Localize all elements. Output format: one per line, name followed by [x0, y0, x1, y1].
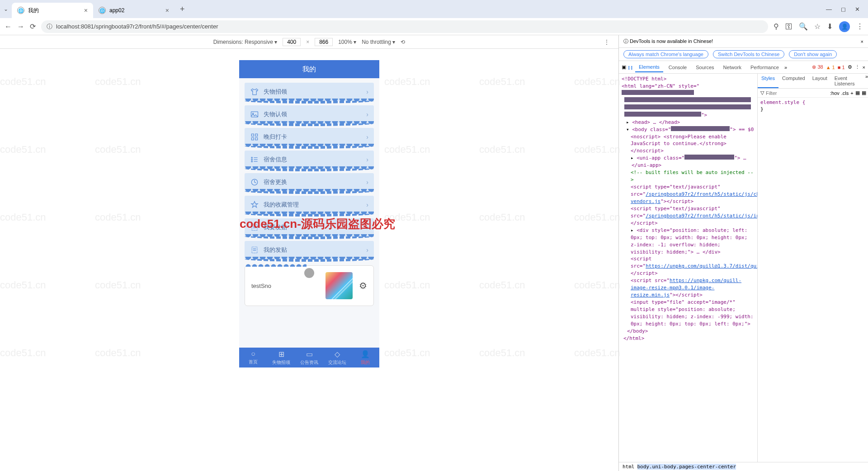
watermark: code51.cn	[479, 347, 525, 359]
gear-icon[interactable]: ⚙	[359, 280, 367, 291]
chevron-right-icon: ›	[366, 156, 368, 163]
browser-tab-active[interactable]: 🌐 我的 ×	[12, 3, 93, 18]
watermark: code51.cn	[384, 279, 430, 291]
elements-tree[interactable]: <!DOCTYPE html> <html lang="zh-CN" style…	[619, 74, 757, 462]
tab-styles[interactable]: Styles	[758, 74, 778, 88]
tab-dropdown-icon[interactable]: ⌄	[4, 6, 8, 12]
menu-item-2[interactable]: 晚归打卡›	[245, 128, 374, 146]
inspect-icon[interactable]: ▣	[622, 64, 626, 70]
lang-dismiss-button[interactable]: Don't show again	[789, 50, 837, 58]
tabbar-item-2[interactable]: ▭公告资讯	[295, 348, 323, 367]
lang-match-button[interactable]: Always match Chrome's language	[623, 50, 708, 58]
hov-button[interactable]: :hov	[830, 90, 840, 96]
more-tabs-icon[interactable]: »	[784, 65, 787, 70]
lang-switch-button[interactable]: Switch DevTools to Chinese	[713, 50, 784, 58]
menu-item-3[interactable]: 宿舍信息›	[245, 151, 374, 169]
close-icon[interactable]: ×	[861, 39, 863, 44]
tab-title: app02	[109, 7, 162, 14]
menu-label: 我的发贴	[264, 246, 366, 254]
error-count[interactable]: ⊗ 38	[812, 64, 823, 70]
tabbar-label: 首页	[249, 359, 258, 365]
device-toggle-icon[interactable]: ⫿⫿	[628, 65, 633, 70]
close-icon[interactable]: ×	[863, 65, 865, 70]
tab-performance[interactable]: Performance	[747, 63, 783, 72]
rotate-icon[interactable]: ⟲	[401, 39, 405, 45]
zoom-dropdown[interactable]: 100% ▾	[338, 39, 356, 45]
browser-tab[interactable]: 🌐 app02 ×	[93, 3, 175, 18]
svg-point-6	[251, 157, 253, 159]
new-rule-icon[interactable]: +	[850, 90, 853, 96]
bookmark-icon[interactable]: ☆	[814, 22, 821, 31]
tabbar-icon: ⊞	[278, 350, 284, 358]
tabbar-item-3[interactable]: ◇交流论坛	[323, 348, 351, 367]
menu-item-4[interactable]: 宿舍更换›	[245, 173, 374, 191]
menu-item-5[interactable]: 我的收藏管理›	[245, 196, 374, 214]
styles-rules[interactable]: element.style {}</span><span class="sele…	[758, 98, 868, 462]
throttling-dropdown[interactable]: No throttling ▾	[362, 39, 395, 45]
watermark: code51.cn	[0, 76, 46, 88]
tabbar-item-0[interactable]: ○首页	[239, 348, 267, 367]
close-window-icon[interactable]: ✕	[855, 6, 860, 13]
warning-count[interactable]: ▲ 1	[826, 65, 835, 70]
menu-item-1[interactable]: 失物认领›	[245, 105, 374, 123]
dimensions-dropdown[interactable]: Dimensions: Responsive ▾	[213, 39, 277, 45]
password-icon[interactable]: ⚿	[785, 23, 793, 31]
tab-sources[interactable]: Sources	[692, 63, 717, 72]
menu-item-6[interactable]: 我要发贴›	[245, 218, 374, 236]
address-bar[interactable]: ⓘ localhost:8081/springboota97r2/front/h…	[41, 20, 768, 33]
tabbar-item-1[interactable]: ⊞失物招领	[267, 348, 295, 367]
post-icon	[250, 245, 259, 254]
svg-rect-13	[252, 224, 257, 230]
device-menu-icon[interactable]: ⋮	[604, 39, 609, 45]
close-icon[interactable]: ×	[84, 7, 88, 14]
grid-icon	[250, 132, 259, 141]
cls-button[interactable]: .cls	[841, 90, 849, 96]
tabbar-item-4[interactable]: 👤我的	[351, 348, 379, 367]
maximize-icon[interactable]: ◻	[841, 6, 846, 13]
menu-icon[interactable]: ⋮	[856, 22, 863, 31]
svg-rect-4	[251, 138, 254, 140]
tab-network[interactable]: Network	[720, 63, 745, 72]
minimize-icon[interactable]: —	[826, 6, 832, 13]
tab-computed[interactable]: Computed	[778, 74, 809, 88]
user-name: testSno	[251, 283, 326, 289]
gear-icon[interactable]: ⚙	[848, 64, 852, 70]
tab-layout[interactable]: Layout	[809, 74, 831, 88]
forward-icon[interactable]: →	[17, 23, 24, 31]
device-height-input[interactable]	[315, 38, 333, 46]
chevron-right-icon: ›	[366, 246, 368, 254]
zoom-icon[interactable]: 🔍	[799, 22, 808, 31]
refresh-icon	[250, 178, 259, 187]
elements-breadcrumb[interactable]: html body.uni-body.pages-center-center	[619, 462, 868, 471]
back-icon[interactable]: ←	[5, 23, 12, 31]
menu-item-0[interactable]: 失物招领›	[245, 83, 374, 101]
watermark: code51.cn	[479, 76, 525, 88]
profile-avatar[interactable]: 👤	[839, 21, 850, 32]
location-icon[interactable]: ⚲	[774, 22, 779, 31]
device-width-input[interactable]	[283, 38, 301, 46]
watermark: code51.cn	[574, 279, 620, 291]
close-icon[interactable]: ×	[165, 7, 169, 14]
menu-item-7[interactable]: 我的发贴›	[245, 241, 374, 259]
browser-titlebar: ⌄ 🌐 我的 × 🌐 app02 × + — ◻ ✕	[0, 0, 868, 18]
issue-count[interactable]: ■ 1	[838, 65, 845, 70]
user-avatar	[326, 272, 353, 299]
more-tabs-icon[interactable]: »	[865, 74, 868, 88]
layout-icon[interactable]: ▦	[855, 90, 860, 96]
styles-filter-input[interactable]	[766, 90, 828, 96]
svg-rect-2	[251, 134, 254, 136]
reload-icon[interactable]: ⟳	[30, 22, 36, 31]
menu-icon[interactable]: ⋮	[855, 64, 860, 70]
chevron-right-icon: ›	[366, 111, 368, 118]
new-tab-button[interactable]: +	[180, 5, 185, 14]
chevron-right-icon: ›	[366, 224, 368, 231]
download-icon[interactable]: ⬇	[827, 22, 833, 31]
app-body: 失物招领›失物认领›晚归打卡›宿舍信息›宿舍更换›我的收藏管理›我要发贴›我的发…	[239, 78, 379, 348]
tab-console[interactable]: Console	[665, 63, 690, 72]
styles-panel: Styles Computed Layout Event Listeners »…	[757, 74, 868, 462]
watermark: code51.cn	[574, 144, 620, 155]
filter-icon: ▽	[760, 90, 764, 96]
tab-elements[interactable]: Elements	[635, 62, 663, 72]
layout-icon[interactable]: ▦	[862, 90, 866, 96]
tab-event-listeners[interactable]: Event Listeners	[831, 74, 865, 88]
